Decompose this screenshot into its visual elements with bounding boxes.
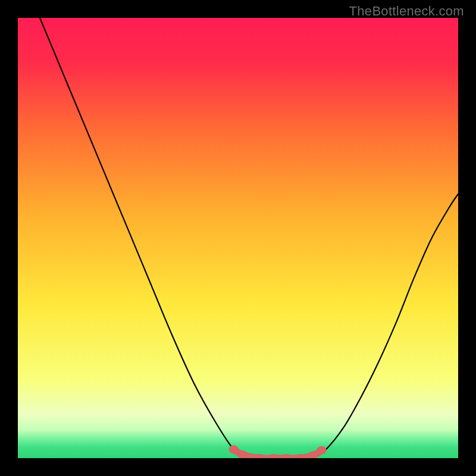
curve-right [313, 194, 458, 458]
bottleneck-curve [18, 18, 458, 458]
plot-area [18, 18, 458, 458]
watermark: TheBottleneck.com [349, 4, 464, 19]
svg-point-1 [229, 445, 239, 453]
curve-left [40, 18, 247, 458]
svg-point-8 [317, 446, 327, 455]
chart-frame: TheBottleneck.com [0, 0, 476, 476]
curve-markers [229, 445, 327, 458]
